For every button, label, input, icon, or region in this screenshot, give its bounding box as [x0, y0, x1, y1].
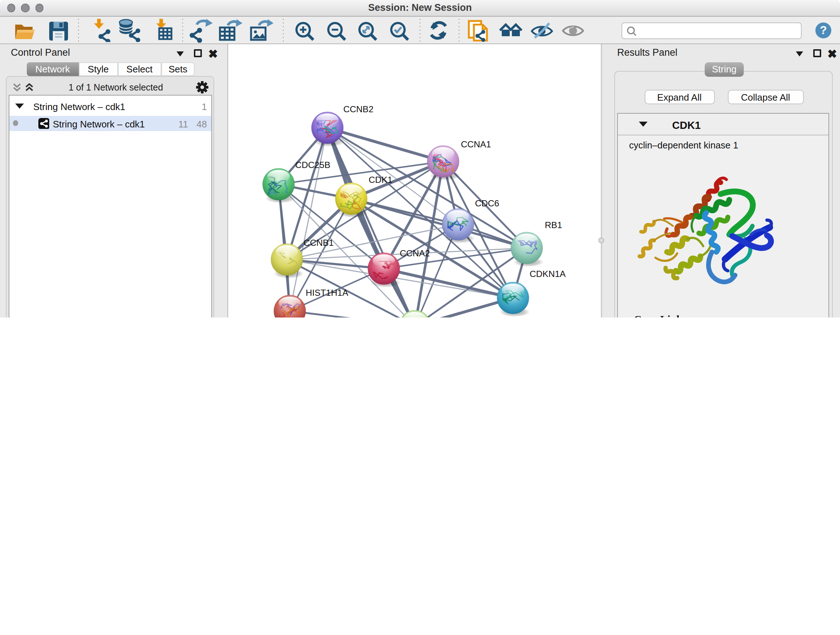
- svg-text:CDKN1A: CDKN1A: [529, 269, 565, 279]
- svg-text:RB1: RB1: [545, 220, 562, 230]
- svg-text:CCNE1: CCNE1: [434, 316, 464, 318]
- svg-text:CCNA2: CCNA2: [399, 249, 429, 258]
- svg-text:HIST1H1A: HIST1H1A: [305, 288, 348, 298]
- svg-text:CDC6: CDC6: [475, 198, 499, 208]
- svg-text:CDK1: CDK1: [368, 175, 392, 185]
- svg-text:CDC25B: CDC25B: [295, 160, 330, 170]
- svg-text:CCNA1: CCNA1: [461, 139, 491, 149]
- svg-text:CCNB2: CCNB2: [343, 104, 373, 114]
- svg-text:CCNB1: CCNB1: [303, 238, 333, 248]
